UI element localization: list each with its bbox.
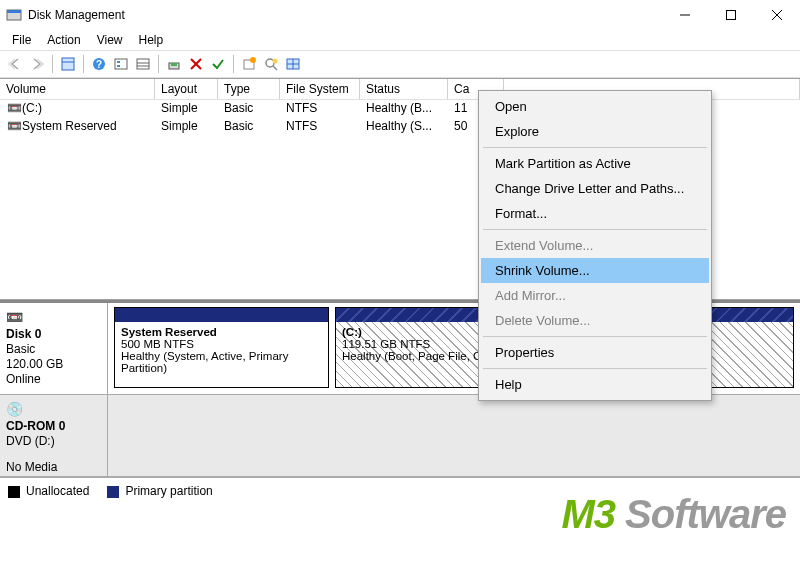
partition-bar	[115, 308, 328, 322]
volume-name: (C:)	[22, 101, 42, 115]
svg-rect-17	[171, 63, 177, 66]
svg-rect-10	[115, 59, 127, 69]
disk-status: No Media	[6, 460, 101, 474]
col-filesystem[interactable]: File System	[280, 79, 360, 99]
partition-size: 500 MB NTFS	[121, 338, 322, 350]
menu-file[interactable]: File	[4, 31, 39, 49]
volume-layout: Simple	[155, 100, 218, 118]
volume-status: Healthy (B...	[360, 100, 448, 118]
disk-row: 💿 CD-ROM 0 DVD (D:) No Media	[0, 395, 800, 477]
ctx-change-letter[interactable]: Change Drive Letter and Paths...	[481, 176, 709, 201]
toolbar-icon-10[interactable]	[282, 53, 304, 75]
toolbar-separator	[158, 55, 159, 73]
toolbar-separator	[233, 55, 234, 73]
disk-name: CD-ROM 0	[6, 419, 101, 433]
volume-name: System Reserved	[22, 119, 117, 133]
partition-area	[108, 395, 800, 476]
volume-fs: NTFS	[280, 100, 360, 118]
volume-type: Basic	[218, 100, 280, 118]
close-button[interactable]	[754, 0, 800, 30]
ctx-shrink[interactable]: Shrink Volume...	[481, 258, 709, 283]
cdrom-icon: 💿	[6, 401, 101, 417]
col-status[interactable]: Status	[360, 79, 448, 99]
toolbar-separator	[52, 55, 53, 73]
disk-name: Disk 0	[6, 327, 101, 341]
back-button[interactable]	[4, 53, 26, 75]
maximize-button[interactable]	[708, 0, 754, 30]
ctx-add-mirror[interactable]: Add Mirror...	[481, 283, 709, 308]
menu-help[interactable]: Help	[131, 31, 172, 49]
ctx-explore[interactable]: Explore	[481, 119, 709, 144]
minimize-button[interactable]	[662, 0, 708, 30]
svg-point-24	[273, 59, 278, 64]
toolbar-icon-8[interactable]	[238, 53, 260, 75]
volume-layout: Simple	[155, 118, 218, 136]
toolbar-icon-4[interactable]	[132, 53, 154, 75]
toolbar: ?	[0, 50, 800, 78]
help-icon[interactable]: ?	[88, 53, 110, 75]
title-bar: Disk Management	[0, 0, 800, 30]
ctx-properties[interactable]: Properties	[481, 340, 709, 365]
svg-rect-12	[117, 65, 120, 67]
ctx-format[interactable]: Format...	[481, 201, 709, 226]
volume-fs: NTFS	[280, 118, 360, 136]
check-icon[interactable]	[207, 53, 229, 75]
context-menu-separator	[483, 368, 707, 369]
svg-rect-1	[7, 10, 21, 13]
volume-type: Basic	[218, 118, 280, 136]
context-menu-separator	[483, 336, 707, 337]
col-type[interactable]: Type	[218, 79, 280, 99]
disk-info[interactable]: 📼 Disk 0 Basic 120.00 GB Online	[0, 303, 108, 394]
svg-rect-11	[117, 61, 120, 63]
app-icon	[6, 7, 22, 23]
disk-info[interactable]: 💿 CD-ROM 0 DVD (D:) No Media	[0, 395, 108, 476]
ctx-mark-active[interactable]: Mark Partition as Active	[481, 151, 709, 176]
col-layout[interactable]: Layout	[155, 79, 218, 99]
drive-icon: 📼	[6, 101, 22, 115]
window-title: Disk Management	[28, 8, 125, 22]
partition-health: Healthy (System, Active, Primary Partiti…	[121, 350, 322, 374]
disk-type: DVD (D:)	[6, 434, 101, 448]
context-menu: Open Explore Mark Partition as Active Ch…	[478, 90, 712, 401]
toolbar-icon-1[interactable]	[57, 53, 79, 75]
menu-bar: File Action View Help	[0, 30, 800, 50]
context-menu-separator	[483, 229, 707, 230]
window-controls	[662, 0, 800, 30]
context-menu-separator	[483, 147, 707, 148]
ctx-open[interactable]: Open	[481, 94, 709, 119]
svg-line-23	[273, 66, 277, 70]
svg-rect-6	[62, 58, 74, 70]
toolbar-icon-3[interactable]	[110, 53, 132, 75]
ctx-extend[interactable]: Extend Volume...	[481, 233, 709, 258]
toolbar-separator	[83, 55, 84, 73]
menu-view[interactable]: View	[89, 31, 131, 49]
partition-block[interactable]: System Reserved 500 MB NTFS Healthy (Sys…	[114, 307, 329, 388]
svg-rect-3	[727, 11, 736, 20]
svg-rect-13	[137, 59, 149, 69]
legend-primary: Primary partition	[107, 484, 212, 498]
partition-title: System Reserved	[121, 326, 322, 338]
forward-button[interactable]	[26, 53, 48, 75]
ctx-help[interactable]: Help	[481, 372, 709, 397]
disk-type: Basic	[6, 342, 101, 356]
disk-size: 120.00 GB	[6, 357, 101, 371]
svg-point-21	[250, 57, 256, 63]
legend-unallocated: Unallocated	[8, 484, 89, 498]
svg-text:?: ?	[96, 59, 102, 70]
disk-status: Online	[6, 372, 101, 386]
volume-status: Healthy (S...	[360, 118, 448, 136]
col-volume[interactable]: Volume	[0, 79, 155, 99]
disk-icon: 📼	[6, 309, 101, 325]
legend: Unallocated Primary partition	[0, 477, 800, 504]
search-icon[interactable]	[260, 53, 282, 75]
delete-icon[interactable]	[185, 53, 207, 75]
menu-action[interactable]: Action	[39, 31, 88, 49]
properties-icon[interactable]	[163, 53, 185, 75]
drive-icon: 📼	[6, 119, 22, 133]
ctx-delete[interactable]: Delete Volume...	[481, 308, 709, 333]
